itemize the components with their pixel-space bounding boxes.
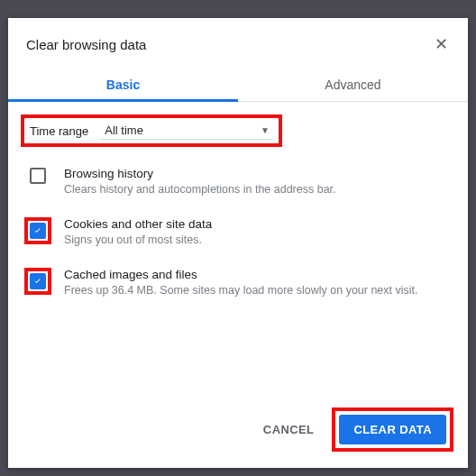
option-browsing-history: Browsing history Clears history and auto… <box>21 167 455 197</box>
time-range-row: Time range All time ▼ <box>21 114 282 147</box>
dialog-header: Clear browsing data ✕ <box>8 18 468 61</box>
options-list: Browsing history Clears history and auto… <box>21 167 455 298</box>
dialog-title: Clear browsing data <box>26 37 146 52</box>
checkbox-wrap <box>24 217 51 244</box>
dialog-content: Time range All time ▼ Browsing history C… <box>8 102 468 395</box>
clear-data-button[interactable]: CLEAR DATA <box>339 415 446 444</box>
close-icon[interactable]: ✕ <box>432 34 450 54</box>
tab-basic[interactable]: Basic <box>8 67 238 101</box>
option-text: Cached images and files Frees up 36.4 MB… <box>64 268 455 298</box>
clear-button-highlight: CLEAR DATA <box>332 407 453 452</box>
time-range-value: All time <box>105 124 143 137</box>
tabs: Basic Advanced <box>8 67 468 102</box>
option-cache: Cached images and files Frees up 36.4 MB… <box>21 268 455 298</box>
chevron-down-icon: ▼ <box>261 125 270 135</box>
option-text: Cookies and other site data Signs you ou… <box>64 217 455 248</box>
option-title: Cookies and other site data <box>64 217 455 231</box>
checkbox-cache[interactable] <box>30 273 46 289</box>
checkbox-wrap <box>24 268 51 295</box>
checkbox-wrap <box>24 167 51 184</box>
checkbox-cookies[interactable] <box>30 223 46 239</box>
time-range-select[interactable]: All time ▼ <box>101 122 273 140</box>
clear-browsing-data-dialog: Clear browsing data ✕ Basic Advanced Tim… <box>8 18 468 468</box>
checkbox-browsing-history[interactable] <box>30 168 46 184</box>
option-desc: Frees up 36.4 MB. Some sites may load mo… <box>64 283 455 298</box>
option-title: Browsing history <box>64 167 455 180</box>
option-text: Browsing history Clears history and auto… <box>64 167 455 197</box>
time-range-label: Time range <box>30 124 88 138</box>
option-desc: Clears history and autocompletions in th… <box>64 182 455 197</box>
tab-advanced[interactable]: Advanced <box>238 67 468 101</box>
cancel-button[interactable]: CANCEL <box>252 416 325 444</box>
dialog-footer: CANCEL CLEAR DATA <box>8 395 468 468</box>
option-desc: Signs you out of most sites. <box>64 233 455 248</box>
option-title: Cached images and files <box>64 268 455 281</box>
option-cookies: Cookies and other site data Signs you ou… <box>21 217 455 248</box>
